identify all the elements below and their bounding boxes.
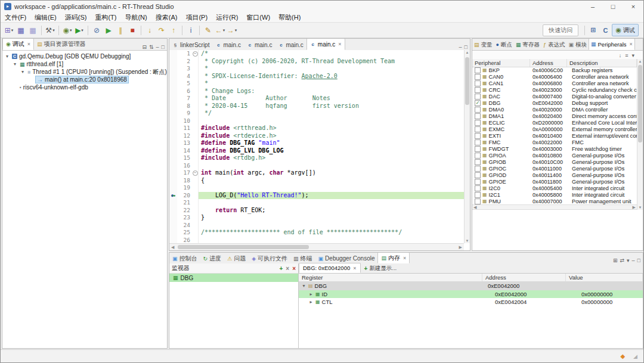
dropdown-arrow-icon[interactable]: ▾	[235, 28, 237, 33]
peripheral-row[interactable]: ▦ECLIC0xD2000000Enhanced Core Local Inte…	[472, 119, 637, 126]
tree-expander-icon[interactable]: ▾	[21, 69, 27, 75]
line-number[interactable]: 4	[177, 73, 192, 80]
peripheral-row[interactable]: ▦BKP0x40006C00Backup registers	[472, 67, 637, 73]
code-line[interactable]: 26	[169, 237, 464, 244]
code-line[interactable]: 6 * Change Logs:	[169, 88, 464, 95]
code-line[interactable]: 10	[169, 117, 464, 125]
column-address[interactable]: Address	[530, 59, 567, 67]
line-number[interactable]: 23	[177, 214, 192, 222]
filter-icon[interactable]: ≡	[625, 52, 628, 58]
menu-item[interactable]: 搜索(A)	[151, 13, 182, 23]
maximize-icon[interactable]: □	[465, 44, 467, 50]
scroll-down-icon[interactable]: ▼	[465, 239, 470, 243]
memory-register-row[interactable]: ▸▦CTL0xE00420040x00000000	[299, 298, 643, 306]
debug-perspective-button[interactable]: ◉调试	[612, 24, 639, 36]
peripheral-row[interactable]: ▦PMU0x40007000Power management unit	[472, 198, 637, 204]
code-line[interactable]: 16	[169, 162, 464, 170]
remove-monitor-button[interactable]: ×	[286, 265, 289, 272]
load-svd-icon[interactable]: ↓	[619, 52, 622, 58]
scroll-up-icon[interactable]: ▲	[465, 51, 470, 54]
scroll-right-icon[interactable]: ▶	[633, 205, 636, 210]
new-wizard-button[interactable]: ⊞▾	[4, 24, 14, 36]
line-number[interactable]: 6	[177, 88, 192, 95]
suspend-button[interactable]: ∥	[115, 24, 126, 36]
maximize-icon[interactable]: □	[637, 257, 640, 263]
view-tab-debug[interactable]: ◉调试×	[2, 39, 34, 50]
peripheral-checkbox[interactable]	[475, 107, 481, 113]
view-tab-进度[interactable]: ↻进度	[200, 253, 225, 263]
scroll-left-icon[interactable]: ◀	[473, 205, 476, 210]
view-menu-icon[interactable]: ⇅	[149, 44, 154, 50]
peripheral-checkbox[interactable]	[475, 120, 481, 126]
menu-item[interactable]: 文件(F)	[1, 13, 30, 23]
editor-horizontal-scrollbar[interactable]: ◀ ▶	[169, 243, 464, 250]
line-number[interactable]: 10	[177, 117, 192, 125]
code-line[interactable]: 18{	[169, 177, 464, 185]
code-line[interactable]: 24	[169, 222, 464, 229]
close-button[interactable]: ×	[623, 1, 643, 13]
line-number[interactable]: 5	[177, 80, 192, 88]
code-line[interactable]: 2 * Copyright (c) 2006-2020, RT-Thread D…	[169, 58, 464, 66]
collapse-icon[interactable]: −	[193, 51, 198, 57]
link-icon[interactable]: ⇄	[620, 257, 624, 263]
resize-grip-icon[interactable]: ◢	[633, 353, 637, 359]
back-button[interactable]: ←▾	[215, 24, 225, 36]
line-number[interactable]: 11	[177, 125, 192, 132]
memory-rendering-tab[interactable]: DBG: 0xE0042000 ×	[299, 263, 361, 273]
code-line[interactable]: 25/********************* end of file ***…	[169, 229, 464, 237]
code-line[interactable]: 4 * SPDX-License-Identifier: Apache-2.0	[169, 73, 464, 80]
code-line[interactable]: 15#include <rtdbg.h>	[169, 154, 464, 162]
instruction-stepping-button[interactable]: i	[185, 24, 196, 36]
remove-all-monitors-button[interactable]: ×	[292, 265, 296, 272]
minimize-icon[interactable]: –	[632, 257, 635, 263]
peripheral-row[interactable]: ▦FWDGT0x40003000Free watchdog timer	[472, 145, 637, 152]
resume-button[interactable]: ▶	[103, 24, 114, 36]
tree-expander-icon[interactable]: ▸	[308, 291, 314, 297]
column-value[interactable]: Value	[566, 274, 643, 281]
code-line[interactable]: 21	[169, 199, 464, 207]
last-edit-location-button[interactable]: ✎	[203, 24, 213, 36]
peripheral-checkbox[interactable]	[475, 185, 481, 191]
view-tab-模块[interactable]: ▣模块	[566, 39, 589, 50]
column-description[interactable]: Description	[567, 59, 637, 67]
collapse-icon[interactable]: −	[193, 170, 198, 176]
code-line[interactable]: 19	[169, 184, 464, 192]
step-over-button[interactable]: ↷	[156, 24, 167, 36]
line-number[interactable]: 2	[177, 58, 192, 66]
code-line[interactable]: 8 * 2020-04-15 hqfang first version	[169, 103, 464, 110]
view-tab-控制台[interactable]: ▣控制台	[169, 253, 200, 263]
view-menu-icon[interactable]: ▾	[627, 257, 630, 263]
close-tab-icon[interactable]: ×	[338, 41, 341, 47]
tree-expander-icon[interactable]: ▾	[6, 54, 12, 59]
menu-item[interactable]: 帮助(H)	[274, 13, 305, 23]
new-memory-view-icon[interactable]: ⊞	[613, 257, 618, 263]
line-number[interactable]: 24	[177, 222, 192, 229]
peripheral-checkbox[interactable]	[475, 133, 481, 139]
view-tab-表达式[interactable]: ƒ表达式	[541, 39, 567, 50]
line-number[interactable]: 3	[177, 65, 192, 73]
dropdown-arrow-icon[interactable]: ▾	[11, 28, 14, 33]
view-tab-peripherals[interactable]: ▦Peripherals×	[589, 39, 635, 50]
peripheral-checkbox[interactable]	[475, 159, 481, 165]
menu-item[interactable]: 重构(T)	[91, 13, 120, 23]
peripheral-checkbox[interactable]	[475, 74, 481, 80]
code-line[interactable]: 12#include <rtdevice.h>	[169, 132, 464, 140]
peripheral-row[interactable]: ▦I2C00x40005400Inter integrated circuit	[472, 185, 637, 191]
view-tab-终端[interactable]: ▥终端	[290, 253, 315, 263]
peripheral-row[interactable]: ▦DMA10x40020400Direct memory access cont…	[472, 113, 637, 119]
code-line[interactable]: 7 * Date Author Notes	[169, 95, 464, 103]
peripheral-checkbox[interactable]	[475, 166, 481, 172]
peripheral-checkbox[interactable]	[475, 179, 481, 185]
code-line[interactable]: ●→20 LOG_D("Hello RT-Thread!");	[169, 192, 464, 200]
dropdown-arrow-icon[interactable]: ▾	[52, 28, 55, 33]
code-line[interactable]: 9 */	[169, 110, 464, 117]
editor-tab[interactable]: cmain.c	[244, 39, 275, 50]
line-number[interactable]: 9	[177, 110, 192, 117]
maximize-icon[interactable]: □	[162, 44, 165, 50]
scroll-left-icon[interactable]: ◀	[171, 244, 174, 250]
column-peripheral[interactable]: Peripheral	[472, 59, 530, 67]
peripheral-row[interactable]: ▦GPIOC0x40011000General-purpose I/Os	[472, 165, 637, 172]
editor-tab[interactable]: cmain.c	[275, 39, 306, 50]
peripheral-row[interactable]: ▦DAC0x40007400Digital-to-analog converte…	[472, 93, 637, 100]
run-button[interactable]: ▶▾	[74, 24, 85, 36]
